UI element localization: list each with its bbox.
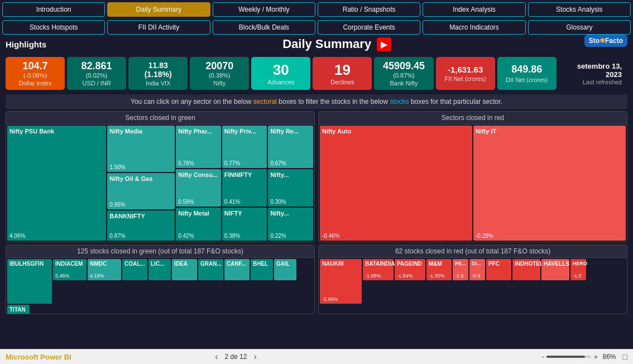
declines-value: 19 [318, 61, 366, 79]
tab-macro-indicators[interactable]: Macro Indicators [423, 20, 525, 35]
sector-oil-gas-label: Nifty Oil & Gas [109, 175, 172, 182]
stock-bataindia[interactable]: BATAINDIA -1.68% [363, 259, 394, 280]
sector-pharma-pct: 0.78% [178, 160, 194, 166]
powerbi-link[interactable]: Microsoft Power BI [6, 353, 71, 361]
stock-havells[interactable]: HAVELLS [541, 259, 569, 280]
dollar-index-change: (-0.06%) [11, 72, 59, 79]
sectors-green-panel: Sectors closed in green Nifty PSU Bank 4… [6, 111, 315, 242]
stock-di[interactable]: Di... -0.9 [469, 259, 485, 280]
stock-ibulhsgfin-label: IBULHSGFIN [9, 261, 50, 267]
stock-mm[interactable]: M&M -1.35% [426, 259, 452, 280]
stock-naukri[interactable]: NAUKRI -2.66% [320, 259, 362, 304]
sectors-red-treemap: Nifty Auto -0.46% Nifty IT -0.28% [319, 124, 627, 242]
sector-oil-gas-pct: 0.95% [109, 202, 125, 208]
info-text-before: You can click on any sector on the below [131, 98, 253, 106]
sector-nifty3[interactable]: Nifty... 0.22% [268, 208, 313, 241]
stock-nmdc[interactable]: NMDC 4.18% [88, 259, 121, 280]
dollar-index-value: 104.7 [11, 60, 59, 72]
stock-indhotel[interactable]: INDHOTEL [512, 259, 540, 280]
stock-indiacem[interactable]: INDIACEM 5.46% [53, 259, 87, 280]
sector-it-label: Nifty IT [476, 128, 624, 135]
metric-advances: 30 Advances [251, 57, 310, 90]
stock-pageind[interactable]: PAGEIND -1.54% [395, 259, 425, 280]
next-page-button[interactable]: › [252, 352, 259, 362]
sector-re-label: Nifty Re... [270, 128, 311, 135]
sector-consu[interactable]: Nifty Consu... 0.59% [176, 169, 221, 206]
header-area: Highlights Daily Summary ▶ Sto✱Facto [0, 35, 633, 54]
sector-media[interactable]: Nifty Media 1.50% [107, 126, 175, 172]
sector-auto[interactable]: Nifty Auto -0.46% [320, 126, 472, 241]
tab-stocks-analysis[interactable]: Stocks Analysis [528, 2, 631, 17]
stock-titan[interactable]: TITAN [7, 305, 30, 314]
sector-media-label: Nifty Media [109, 128, 172, 135]
sector-priv[interactable]: Nifty Priv... 0.77% [222, 126, 267, 168]
nav-row-2: Stocks Hotspots FII DII Activity Block/B… [0, 18, 633, 35]
stock-lic[interactable]: LIC... [148, 259, 171, 280]
sector-auto-pct: -0.46% [322, 233, 340, 239]
stocks-red-title: 62 stocks closed in red (out of total 18… [319, 245, 627, 258]
page-nav: ‹ 2 de 12 › [213, 352, 259, 362]
stock-nmdc-label: NMDC [90, 261, 119, 267]
sector-nifty-main[interactable]: NIFTY 0.38% [222, 208, 267, 241]
sector-it[interactable]: Nifty IT -0.28% [473, 126, 626, 241]
stock-bhel[interactable]: BHEL [251, 259, 273, 280]
prev-page-button[interactable]: ‹ [213, 352, 220, 362]
sector-nifty3-pct: 0.22% [270, 233, 286, 239]
sector-banknifty-label: BANKNIFTY [109, 213, 172, 219]
tab-fii-dii[interactable]: FII DII Activity [107, 20, 210, 35]
stock-gran[interactable]: GRAN... [198, 259, 223, 280]
tab-introduction[interactable]: Introduction [2, 2, 105, 17]
date-card: setembro 13, 2023 Last refreshed [559, 57, 627, 90]
stock-pfc[interactable]: PFC [486, 259, 511, 280]
bank-nifty-label: Bank Nifty [380, 80, 428, 87]
stock-mm-pct: -1.35% [429, 273, 449, 279]
sector-media-pct: 1.50% [109, 164, 125, 170]
date-value: setembro 13, 2023 [564, 62, 622, 79]
logo-box: Sto✱Facto [584, 35, 627, 47]
tab-ratio-snapshots[interactable]: Ratio / Snapshots [318, 2, 420, 17]
sector-nifty2[interactable]: Nifty... 0.30% [268, 169, 313, 206]
sectors-green-treemap: Nifty PSU Bank 4.06% Nifty Media 1.50% N… [6, 124, 314, 242]
sector-pharma[interactable]: Nifty Phar... 0.78% [176, 126, 221, 168]
stock-gail[interactable]: GAIL [274, 259, 296, 280]
stock-coal[interactable]: COAL... [122, 259, 147, 280]
stock-ibulhsgfin[interactable]: IBULHSGFIN [7, 259, 52, 304]
zoom-plus[interactable]: + [593, 352, 598, 361]
sector-finnifty[interactable]: FINNIFTY 0.41% [222, 169, 267, 206]
tab-index-analysis[interactable]: Index Analysis [423, 2, 525, 17]
sector-metal[interactable]: Nifty Metal 0.42% [176, 208, 221, 241]
sector-finnifty-pct: 0.41% [224, 199, 240, 205]
nifty-value: 20070 [195, 60, 243, 72]
metric-india-vix: 11.83 (1.18%) India VIX [128, 57, 188, 90]
stocks-green-panel: 125 stocks closed in green (out of total… [6, 245, 315, 314]
stock-canf[interactable]: CANF... [224, 259, 250, 280]
india-vix-label: India VIX [134, 80, 182, 87]
stock-hero[interactable]: HERO -1.0 [570, 259, 586, 280]
stock-gail-label: GAIL [276, 261, 294, 267]
date-label: Last refreshed [564, 79, 622, 85]
tab-corporate-events[interactable]: Corporate Events [318, 20, 420, 35]
stock-naukri-pct: -2.66% [322, 296, 359, 302]
stock-pe-label: PE... [455, 261, 466, 266]
usd-inr-change: (0.02%) [73, 72, 121, 79]
youtube-button[interactable]: ▶ [377, 37, 391, 51]
stock-idea[interactable]: IDEA [172, 259, 197, 280]
sector-banknifty[interactable]: BANKNIFTY 0.87% [107, 210, 175, 241]
tab-block-bulk[interactable]: Block/Bulk Deals [213, 20, 315, 35]
stock-di-pct: -0.9 [472, 273, 483, 279]
sector-oil-gas[interactable]: Nifty Oil & Gas 0.95% [107, 173, 175, 210]
usd-inr-label: USD / INR [73, 80, 121, 87]
sector-re[interactable]: Nifty Re... 0.67% [268, 126, 313, 168]
sector-psu-bank[interactable]: Nifty PSU Bank 4.06% [7, 126, 106, 241]
sectors-green-title: Sectors closed in green [6, 112, 314, 124]
tab-glossary[interactable]: Glossary [528, 20, 631, 35]
fullscreen-icon[interactable]: □ [623, 352, 627, 361]
tab-daily-summary[interactable]: Daily Summary [107, 2, 210, 17]
tab-weekly-monthly[interactable]: Weekly / Monthly [213, 2, 315, 17]
info-text-after: boxes for that particular sector. [409, 98, 502, 106]
stock-pe[interactable]: PE... -1.0 [453, 259, 468, 280]
stock-naukri-label: NAUKRI [322, 261, 359, 267]
bottom-bar: Microsoft Power BI ‹ 2 de 12 › - + 86% □ [0, 349, 633, 364]
zoom-minus[interactable]: - [542, 352, 545, 361]
tab-stocks-hotspots[interactable]: Stocks Hotspots [2, 20, 105, 35]
